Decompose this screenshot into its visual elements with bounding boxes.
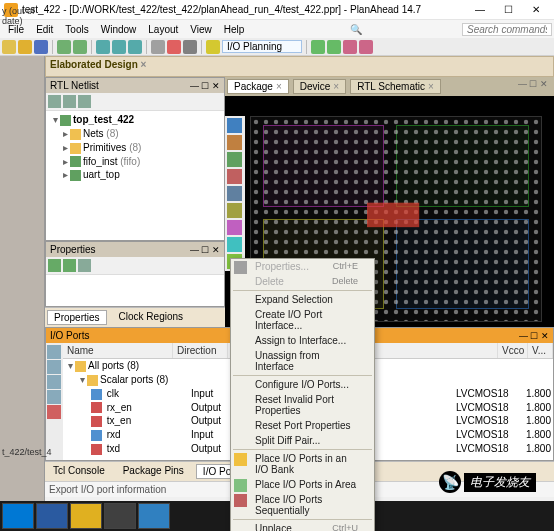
minimize-button[interactable]: — <box>466 1 494 19</box>
menu-unplace[interactable]: UnplaceCtrl+U <box>231 521 374 531</box>
menu-place-i-o-ports-in-an-i-o-bank[interactable]: Place I/O Ports in an I/O Bank <box>231 451 374 477</box>
menubar: File Edit Tools Window Layout View Help … <box>0 20 554 38</box>
tab-package-pins[interactable]: Package Pins <box>117 464 190 479</box>
redo-icon[interactable] <box>73 40 87 54</box>
layout-icon[interactable] <box>206 40 220 54</box>
select-icon[interactable] <box>343 40 357 54</box>
maximize-button[interactable]: ☐ <box>494 1 522 19</box>
menu-assign-to-interface[interactable]: Assign to Interface... <box>231 333 374 348</box>
layout-dropdown[interactable]: I/O Planning <box>222 40 302 53</box>
netlist-panel: RTL Netlist — ☐ ✕ ▾top_test_422 ▸Nets (8… <box>45 77 225 241</box>
menu-properties: Properties...Ctrl+E <box>231 259 374 274</box>
properties-panel: Properties — ☐ ✕ <box>45 241 225 307</box>
collapse-icon[interactable] <box>63 95 76 108</box>
menu-help[interactable]: Help <box>218 22 251 37</box>
window-title: test_422 - [D:/WORK/test_422/test_422/pl… <box>22 4 466 15</box>
tab-tcl[interactable]: Tcl Console <box>47 464 111 479</box>
context-menu: Properties...Ctrl+EDeleteDeleteExpand Se… <box>230 258 375 531</box>
menu-split-diff-pair[interactable]: Split Diff Pair... <box>231 433 374 448</box>
taskbar-item[interactable] <box>138 503 170 529</box>
device-tabs: Package× Device× RTL Schematic× — ☐ ✕ <box>225 77 554 96</box>
paste-icon[interactable] <box>128 40 142 54</box>
main-toolbar: I/O Planning <box>0 38 554 56</box>
taskbar-item[interactable] <box>36 503 68 529</box>
netlist-tree[interactable]: ▾top_test_422 ▸Nets (8) ▸Primitives (8) … <box>46 111 224 240</box>
tool-icon[interactable] <box>151 40 165 54</box>
menu-window[interactable]: Window <box>95 22 143 37</box>
expand-icon[interactable] <box>48 95 61 108</box>
menu-unassign-from-interface[interactable]: Unassign from Interface <box>231 348 374 374</box>
open-icon[interactable] <box>18 40 32 54</box>
menu-reset-port-properties[interactable]: Reset Port Properties <box>231 418 374 433</box>
menu-configure-i-o-ports[interactable]: Configure I/O Ports... <box>231 377 374 392</box>
filter-ports-icon[interactable] <box>47 375 61 389</box>
apply-icon[interactable] <box>78 259 91 272</box>
warning-label: y (out of date) <box>2 6 44 26</box>
tab-package[interactable]: Package× <box>227 79 289 94</box>
cut-icon[interactable] <box>96 40 110 54</box>
left-gutter: t_422/test_4 <box>0 77 45 531</box>
layers-icon[interactable] <box>227 220 242 235</box>
tab-device[interactable]: Device× <box>293 79 346 94</box>
copy-icon[interactable] <box>112 40 126 54</box>
pan-icon[interactable] <box>227 169 242 184</box>
left-item: t_422/test_4 <box>2 447 52 457</box>
menu-place-i-o-ports-in-area[interactable]: Place I/O Ports in Area <box>231 477 374 492</box>
taskbar-item[interactable] <box>70 503 102 529</box>
expand-all-icon[interactable] <box>47 345 61 359</box>
taskbar-item[interactable] <box>104 503 136 529</box>
filter-icon[interactable] <box>78 95 91 108</box>
zoom-in-icon[interactable] <box>227 118 242 133</box>
tab-clock-regions[interactable]: Clock Regions <box>113 310 189 325</box>
window-titlebar: test_422 - [D:/WORK/test_422/test_422/pl… <box>0 0 554 20</box>
close-button[interactable]: ✕ <box>522 1 550 19</box>
menu-layout[interactable]: Layout <box>142 22 184 37</box>
left-tabs: Properties Clock Regions <box>45 307 225 327</box>
menu-place-i-o-ports-sequentially[interactable]: Place I/O Ports Sequentially <box>231 492 374 518</box>
save-icon[interactable] <box>34 40 48 54</box>
new-icon[interactable] <box>2 40 16 54</box>
gear-icon[interactable] <box>183 40 197 54</box>
errors-icon[interactable] <box>47 405 61 419</box>
ruler-icon[interactable] <box>227 203 242 218</box>
netlist-header[interactable]: RTL Netlist — ☐ ✕ <box>46 78 224 93</box>
tab-properties[interactable]: Properties <box>47 310 107 325</box>
menu-delete: DeleteDelete <box>231 274 374 289</box>
menu-tools[interactable]: Tools <box>59 22 94 37</box>
start-button[interactable] <box>2 503 34 529</box>
menu-reset-invalid-port-properties[interactable]: Reset Invalid Port Properties <box>231 392 374 418</box>
view-toolbar <box>225 116 245 271</box>
menu-expand-selection[interactable]: Expand Selection <box>231 292 374 307</box>
svg-rect-2 <box>367 203 419 227</box>
undo-icon[interactable] <box>57 40 71 54</box>
back-icon[interactable] <box>48 259 61 272</box>
collapse-all-icon[interactable] <box>47 360 61 374</box>
menu-view[interactable]: View <box>184 22 218 37</box>
properties-header[interactable]: Properties — ☐ ✕ <box>46 242 224 257</box>
zoom-fit-icon[interactable] <box>227 152 242 167</box>
sort-icon[interactable] <box>47 390 61 404</box>
design-tab[interactable]: Elaborated Design <box>45 56 554 77</box>
zoom-out-icon[interactable] <box>227 135 242 150</box>
watermark-icon: 📡 <box>439 471 461 493</box>
menu-create-i-o-port-interface[interactable]: Create I/O Port Interface... <box>231 307 374 333</box>
tab-rtl-schematic[interactable]: RTL Schematic× <box>350 79 441 94</box>
watermark: 📡 电子发烧友 <box>439 471 536 493</box>
ports-toolbar <box>46 343 63 460</box>
find-icon[interactable] <box>167 40 181 54</box>
measure-icon[interactable] <box>359 40 373 54</box>
zoom-icon[interactable] <box>311 40 325 54</box>
search-input[interactable] <box>462 23 552 36</box>
fwd-icon[interactable] <box>63 259 76 272</box>
highlight-icon[interactable] <box>227 237 242 252</box>
fit-icon[interactable] <box>327 40 341 54</box>
select-tool-icon[interactable] <box>227 186 242 201</box>
